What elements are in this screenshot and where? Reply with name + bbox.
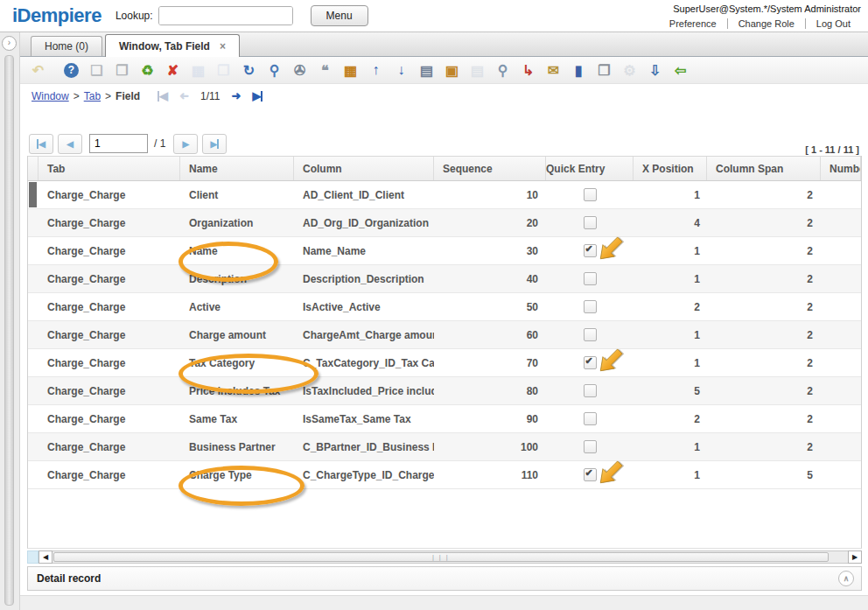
tab-home-0[interactable]: Home (0) [31, 36, 102, 56]
quick-entry-checkbox[interactable] [584, 412, 597, 425]
chat-icon[interactable]: ❝ [314, 60, 336, 80]
column-header-x-position[interactable]: X Position [634, 157, 707, 180]
column-header-sequence[interactable]: Sequence [434, 157, 546, 180]
help-icon[interactable]: ? [60, 60, 82, 80]
cell-name: Price includes Tax [180, 385, 294, 397]
new-record-icon[interactable]: ❏ [86, 60, 108, 80]
scroll-track[interactable] [52, 550, 848, 564]
print-icon[interactable]: ▤ [466, 60, 488, 80]
log-out-link[interactable]: Log Out [805, 18, 861, 29]
cell-column: C_BPartner_ID_Business Pa [294, 441, 434, 453]
breadcrumb-window-link[interactable]: Window [32, 90, 69, 102]
column-header-name[interactable]: Name [180, 157, 294, 180]
table-row[interactable]: Charge_ChargeBusiness PartnerC_BPartner_… [28, 433, 861, 461]
undo-icon[interactable]: ↶ [27, 60, 49, 80]
column-header-column-span[interactable]: Column Span [707, 157, 821, 180]
name-text: Tax Category [189, 357, 255, 369]
cell-x-position: 2 [634, 413, 707, 425]
cell-name: Description [180, 273, 294, 285]
quick-entry-checkbox[interactable] [584, 328, 597, 341]
sidebar-splitter[interactable] [4, 55, 14, 606]
find-icon[interactable]: ⚲ [263, 60, 285, 80]
cell-quick-entry [546, 272, 634, 285]
delete-record-icon[interactable]: ♻ [136, 60, 158, 80]
page-previous-icon[interactable]: ◀ [58, 134, 82, 154]
record-previous-icon[interactable]: ➜ [179, 91, 189, 102]
page-first-icon[interactable]: ◀ [29, 134, 53, 154]
export-icon[interactable]: ⇩ [644, 60, 666, 80]
report-icon[interactable]: ▤ [416, 60, 438, 80]
change-role-link[interactable]: Change Role [727, 18, 805, 29]
quick-entry-checkbox[interactable] [584, 244, 597, 257]
cell-quick-entry [546, 468, 634, 481]
request-icon[interactable]: ✉ [542, 60, 564, 80]
scroll-left-icon[interactable]: ◀ [38, 550, 52, 564]
preferences-icon[interactable]: ⚙ [619, 60, 640, 80]
detail-record-panel[interactable]: Detail record ∧ [27, 566, 862, 591]
desktop-tabstrip: Home (0)Window, Tab Field× [20, 32, 868, 57]
scroll-thumb[interactable] [53, 552, 829, 562]
archive-icon[interactable]: ▣ [441, 60, 463, 80]
close-tab-icon[interactable]: × [220, 42, 226, 51]
preference-link[interactable]: Preference [659, 18, 727, 29]
page-last-icon[interactable]: ▶ [202, 134, 227, 154]
workflow-icon[interactable]: ↳ [517, 60, 539, 80]
table-row[interactable]: Charge_ChargeTax CategoryC_TaxCategory_I… [28, 349, 861, 377]
cell-tab: Charge_Charge [38, 413, 180, 425]
table-row[interactable]: Charge_ChargeClientAD_Client_ID_Client10… [28, 181, 861, 209]
cell-name: Organization [180, 217, 294, 229]
quick-entry-checkbox[interactable] [584, 384, 597, 397]
table-row[interactable]: Charge_ChargeDescriptionDescription_Desc… [28, 265, 861, 293]
parent-record-icon[interactable]: ↑ [365, 60, 387, 80]
breadcrumb-tab-link[interactable]: Tab [84, 90, 101, 102]
table-row[interactable]: Charge_ChargeActiveIsActive_Active5022 [28, 293, 861, 321]
quick-entry-checkbox[interactable] [584, 300, 597, 313]
collapse-chevron-icon[interactable]: ∧ [838, 571, 854, 586]
table-row[interactable]: Charge_ChargePrice includes TaxIsTaxIncl… [28, 377, 861, 405]
tab-window-tab-field[interactable]: Window, Tab Field× [105, 34, 240, 57]
menu-button[interactable]: Menu [311, 5, 368, 26]
column-header-tab[interactable]: Tab [38, 157, 180, 180]
detail-record-icon[interactable]: ↓ [390, 60, 412, 80]
page-number-input[interactable] [89, 134, 148, 153]
cell-tab: Charge_Charge [38, 273, 180, 285]
quick-entry-checkbox[interactable] [584, 188, 597, 201]
copy-record-icon[interactable]: ❐ [111, 60, 133, 80]
window-size-icon[interactable]: ❒ [593, 60, 615, 80]
file-import-icon[interactable]: ⇦ [669, 60, 691, 80]
record-first-icon[interactable]: ◀ [158, 91, 168, 102]
refresh-icon[interactable]: ↻ [238, 60, 260, 80]
quick-entry-checkbox[interactable] [584, 440, 597, 453]
idempiere-app: iDempiere Lookup: ▼ Menu SuperUser@Syste… [0, 0, 868, 610]
expand-sidebar-icon[interactable]: › [2, 36, 17, 51]
table-row[interactable]: Charge_ChargeNameName_Name3012 [28, 237, 861, 265]
table-row[interactable]: Charge_ChargeCharge amountChargeAmt_Char… [28, 321, 861, 349]
table-row[interactable]: Charge_ChargeCharge TypeC_ChargeType_ID_… [28, 461, 861, 489]
column-header-quick-entry[interactable]: Quick Entry [546, 157, 634, 180]
quick-entry-checkbox[interactable] [584, 468, 597, 481]
quick-entry-checkbox[interactable] [584, 356, 597, 369]
scroll-right-icon[interactable]: ▶ [848, 550, 862, 564]
page-next-icon[interactable]: ▶ [173, 134, 198, 154]
save-create-icon[interactable]: ❐ [213, 60, 234, 80]
column-header-column[interactable]: Column [294, 157, 434, 180]
cell-column: IsSameTax_Same Tax [294, 413, 434, 425]
record-next-icon[interactable]: ➜ [231, 91, 241, 102]
quick-entry-checkbox[interactable] [584, 272, 597, 285]
table-row[interactable]: Charge_ChargeOrganizationAD_Org_ID_Organ… [28, 209, 861, 237]
lookup-combobox[interactable]: ▼ [158, 6, 293, 25]
record-position-label: 1/11 [200, 90, 220, 102]
cell-sequence: 30 [434, 245, 546, 257]
product-info-icon[interactable]: ▮ [568, 60, 590, 80]
column-header-number[interactable]: Number [821, 157, 861, 180]
attachment-icon[interactable]: ✇ [289, 60, 311, 80]
delete-selection-icon[interactable]: ✘ [162, 60, 184, 80]
zoom-across-icon[interactable]: ⚲ [492, 60, 514, 80]
quick-entry-checkbox[interactable] [584, 216, 597, 229]
lookup-input[interactable] [159, 7, 293, 25]
save-icon[interactable]: ▦ [187, 60, 209, 80]
record-last-icon[interactable]: ▶ [252, 91, 262, 102]
grid-toggle-icon[interactable]: ▦ [340, 60, 361, 80]
row-indicator [28, 237, 38, 264]
table-row[interactable]: Charge_ChargeSame TaxIsSameTax_Same Tax9… [28, 405, 861, 433]
